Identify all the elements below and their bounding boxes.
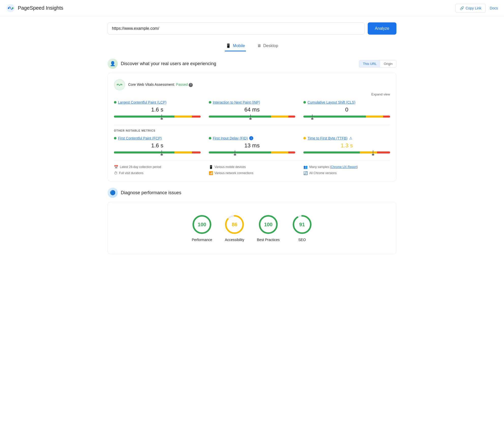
progress-marker-cls (312, 115, 313, 119)
progress-marker-ttfb (373, 150, 373, 154)
url-bar: Analyze (108, 22, 396, 35)
diagnose-header: 🔵 Diagnose performance issues (108, 188, 396, 198)
info-item-3: ⏱ Full visit durations (114, 171, 201, 175)
svg-point-2 (12, 7, 13, 9)
progress-track-inp (209, 116, 295, 118)
expand-view-link[interactable]: Expand view (114, 92, 390, 96)
metric-link-inp[interactable]: Interaction to Next Paint (INP) (213, 100, 260, 104)
header-actions: 🔗 Copy Link Docs (455, 4, 498, 12)
progress-marker-inp (250, 115, 251, 119)
progress-green-cls (303, 116, 366, 118)
info-item-4: 📶 Various network connections (209, 171, 295, 175)
progress-red-fid (288, 151, 295, 153)
metric-label-fcp: First Contentful Paint (FCP) (114, 136, 201, 140)
info-item-0: 📅 Latest 28-day collection period (114, 165, 201, 169)
metric-value-fid: 13 ms (209, 142, 295, 149)
metric-value-fcp: 1.6 s (114, 142, 201, 149)
score-label-best_practices: Best Practices (257, 238, 279, 242)
info-icon-2: 👥 (303, 165, 308, 169)
analyze-button[interactable]: Analyze (368, 22, 396, 35)
info-icon-0: 📅 (114, 165, 118, 169)
cwv-header: Core Web Vitals Assessment: Passed ? (114, 79, 390, 90)
progress-marker-fcp (161, 150, 162, 154)
cwv-help-icon[interactable]: ? (189, 83, 193, 87)
score-number-performance: 100 (198, 222, 206, 228)
metric-ttfb: Time to First Byte (TTFB) ⚠ 1.3 s (303, 136, 390, 154)
progress-marker-lcp (161, 115, 162, 119)
progress-red-lcp (192, 116, 201, 118)
metric-value-lcp: 1.6 s (114, 106, 201, 113)
metric-cls: Cumulative Layout Shift (CLS) 0 (303, 100, 390, 119)
progress-orange-inp (271, 116, 288, 118)
docs-link[interactable]: Docs (490, 6, 498, 10)
metric-inp: Interaction to Next Paint (INP) 64 ms (209, 100, 295, 119)
info-text-5: All Chrome versions (309, 171, 336, 175)
info-icon-4: 📶 (209, 171, 213, 175)
metric-link-fid[interactable]: First Input Delay (FID) (213, 136, 248, 140)
info-icon-1: 📱 (209, 165, 213, 169)
metric-label-lcp: Largest Contentful Paint (LCP) (114, 100, 201, 104)
status-dot-inp (209, 101, 211, 104)
progress-track-lcp (114, 116, 201, 118)
url-input[interactable] (108, 22, 365, 35)
score-seo: 91 SEO (292, 214, 312, 242)
score-circle-accessibility: 86 (224, 214, 245, 235)
users-icon: 👤 (108, 59, 118, 69)
score-label-accessibility: Accessibility (225, 238, 244, 242)
url-origin-toggle: This URL Origin (359, 60, 396, 67)
progress-bar-ttfb (303, 151, 390, 153)
score-best_practices: 100 Best Practices (257, 214, 279, 242)
progress-orange-cls (366, 116, 383, 118)
other-metrics-label: OTHER NOTABLE METRICS (114, 129, 390, 132)
metric-value-ttfb: 1.3 s (303, 142, 390, 149)
metric-link-lcp[interactable]: Largest Contentful Paint (LCP) (118, 100, 167, 104)
copy-link-button[interactable]: 🔗 Copy Link (455, 4, 486, 12)
metric-link-cls[interactable]: Cumulative Layout Shift (CLS) (307, 100, 355, 104)
metric-label-ttfb: Time to First Byte (TTFB) ⚠ (303, 136, 390, 140)
score-number-seo: 91 (299, 222, 305, 228)
diagnose-card: 100 Performance 86 Accessibility 100 (108, 202, 396, 254)
ttfb-warning-icon[interactable]: ⚠ (349, 136, 352, 140)
progress-green-lcp (114, 116, 174, 118)
this-url-button[interactable]: This URL (359, 60, 380, 67)
status-dot-cls (303, 101, 306, 104)
real-users-header: 👤 Discover what your real users are expe… (108, 59, 396, 69)
metric-fcp: First Contentful Paint (FCP) 1.6 s (114, 136, 201, 154)
progress-bar-fid (209, 151, 295, 153)
score-number-best_practices: 100 (264, 222, 272, 228)
metric-lcp: Largest Contentful Paint (LCP) 1.6 s (114, 100, 201, 119)
progress-track-ttfb (303, 151, 390, 153)
info-icon-5: 🔄 (303, 171, 308, 175)
data-info-grid: 📅 Latest 28-day collection period 📱 Vari… (114, 161, 390, 175)
info-item-5: 🔄 All Chrome versions (303, 171, 390, 175)
progress-track-fid (209, 151, 295, 153)
pagespeed-logo-icon (6, 4, 15, 13)
cwv-metrics-grid: Largest Contentful Paint (LCP) 1.6 s Int… (114, 100, 390, 119)
info-text-3: Full visit durations (119, 171, 143, 175)
metric-link-ttfb[interactable]: Time to First Byte (TTFB) (307, 136, 347, 140)
progress-track-fcp (114, 151, 201, 153)
real-users-title: Discover what your real users are experi… (121, 61, 216, 66)
link-icon: 🔗 (460, 6, 464, 10)
svg-point-3 (117, 84, 118, 85)
other-metrics-grid: First Contentful Paint (FCP) 1.6 s First… (114, 136, 390, 154)
diagnose-icon: 🔵 (108, 188, 118, 198)
fid-info-icon[interactable]: i (249, 136, 253, 140)
score-performance: 100 Performance (192, 214, 212, 242)
progress-red-fcp (192, 151, 201, 153)
tab-mobile[interactable]: 📱 Mobile (225, 41, 246, 51)
progress-orange-ttfb (360, 151, 377, 153)
info-item-2: 👥 Many samples (Chrome UX Report) (303, 165, 390, 169)
progress-orange-fcp (174, 151, 192, 153)
score-circle-best_practices: 100 (258, 214, 278, 235)
info-icon-3: ⏱ (114, 171, 117, 175)
tab-desktop[interactable]: 🖥 Desktop (256, 41, 279, 51)
progress-bar-cls (303, 116, 390, 118)
info-text-4: Various network connections (215, 171, 254, 175)
progress-green-inp (209, 116, 271, 118)
score-label-seo: SEO (298, 238, 306, 242)
origin-button[interactable]: Origin (380, 60, 396, 67)
crux-link[interactable]: Chrome UX Report (331, 165, 357, 169)
metric-value-cls: 0 (303, 106, 390, 113)
metric-link-fcp[interactable]: First Contentful Paint (FCP) (118, 136, 162, 140)
